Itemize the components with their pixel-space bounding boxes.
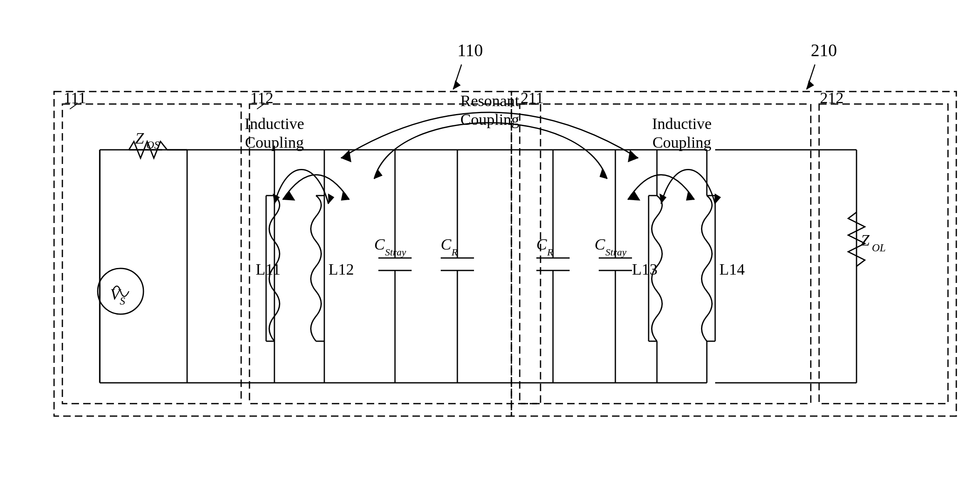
l14-label: L14 bbox=[719, 260, 745, 278]
resonant-coupling-text2: Coupling bbox=[460, 111, 519, 128]
block-212-box bbox=[819, 104, 948, 404]
diagram-container: 110 210 111 112 211 212 Inductive Coupli… bbox=[0, 0, 980, 491]
label-210: 210 bbox=[811, 41, 837, 60]
label-111: 111 bbox=[64, 89, 86, 107]
cr2-label: C bbox=[536, 236, 547, 253]
zol-sub-label: OL bbox=[872, 242, 886, 254]
l12-label: L12 bbox=[328, 260, 354, 278]
inductive-coupling-right-text1: Inductive bbox=[652, 115, 712, 132]
l14-coil bbox=[702, 196, 712, 341]
label-112: 112 bbox=[250, 89, 274, 107]
cstray1-sub-label: Stray bbox=[385, 247, 406, 258]
zos-label: Z bbox=[135, 129, 144, 147]
inductive-coupling-left-arrow2 bbox=[341, 191, 349, 201]
cr1-label: C bbox=[441, 236, 452, 253]
inductive-coupling-right-arrow1 bbox=[628, 191, 640, 201]
inductive-coupling-right-arrow2 bbox=[686, 191, 694, 201]
cr1-sub-label: R bbox=[451, 247, 458, 258]
cstray2-label: C bbox=[595, 236, 605, 253]
l12-coil bbox=[311, 196, 321, 341]
resonant-coupling-arrow-left bbox=[341, 150, 351, 162]
inductive-right-arrow1-2 bbox=[659, 193, 666, 204]
zol-label: Z bbox=[861, 231, 870, 249]
l13-label: L13 bbox=[632, 260, 657, 278]
cstray1-label: C bbox=[374, 236, 385, 253]
vs-sub-label: S bbox=[120, 295, 125, 307]
inductive-coupling-left-text2: Coupling bbox=[245, 134, 304, 151]
block-210-box bbox=[511, 92, 956, 416]
inductive-right-arrow2-2 bbox=[715, 193, 721, 204]
inductive-coupling-left-text1: Inductive bbox=[244, 115, 304, 132]
cstray2-sub-label: Stray bbox=[605, 247, 627, 258]
label-110: 110 bbox=[457, 41, 483, 60]
inductive-left-arrow2-2 bbox=[328, 193, 334, 204]
label-211: 211 bbox=[521, 89, 544, 107]
inductive-coupling-right-text2: Coupling bbox=[652, 134, 711, 151]
arrow-110-head bbox=[453, 80, 461, 89]
cr2-sub-label: R bbox=[547, 247, 553, 258]
inductive-coupling-left-arrow1 bbox=[283, 191, 295, 201]
zos-sub-label: OS bbox=[146, 139, 160, 151]
l11-label: L11 bbox=[256, 260, 281, 278]
resonant-coupling-arrow-right bbox=[628, 150, 638, 162]
resonant-coupling-arc2 bbox=[374, 123, 607, 179]
arrow-210-head bbox=[807, 80, 814, 89]
label-212: 212 bbox=[820, 89, 844, 107]
resonant-coupling-text1: Resonant bbox=[460, 92, 519, 109]
